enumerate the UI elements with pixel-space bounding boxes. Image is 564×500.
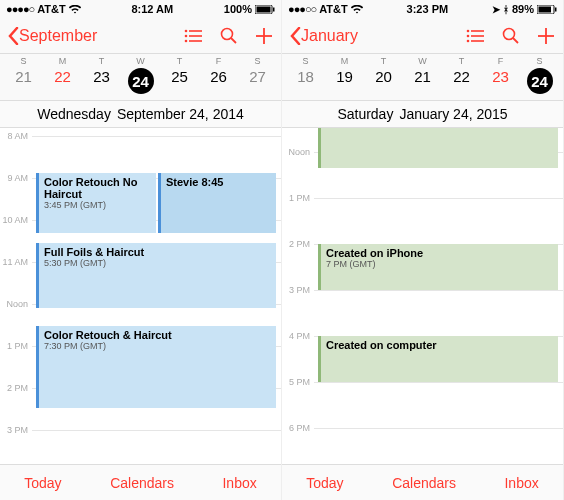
event-color-retouch-haircut[interactable]: Color Retouch & Haircut 7:30 PM (GMT) (36, 326, 276, 408)
day-view[interactable]: Noon 1 PM 2 PM 3 PM 4 PM 5 PM 6 PM Creat… (282, 128, 563, 500)
date-row: 21 22 23 24 25 26 27 (0, 66, 281, 101)
week-header: S M T W T F S (282, 54, 563, 66)
nav-bar: January (282, 18, 563, 54)
event-color-retouch-no-haircut[interactable]: Color Retouch No Haircut 3:45 PM (GMT) (36, 173, 156, 233)
event-stevie[interactable]: Stevie 8:45 (158, 173, 276, 233)
date-25[interactable]: 25 (160, 68, 199, 94)
svg-rect-14 (538, 6, 551, 12)
bluetooth-icon: ᚼ (503, 4, 509, 15)
nav-bar: September (0, 18, 281, 54)
full-date-label: WednesdaySeptember 24, 2014 (0, 101, 281, 128)
tab-bar: Today Calendars Inbox (0, 464, 281, 500)
back-label: September (19, 27, 97, 45)
date-21[interactable]: 21 (403, 68, 442, 94)
signal-icon: ●●●○○ (288, 3, 316, 15)
signal-icon: ●●●●○ (6, 3, 34, 15)
status-bar: ●●●○○ AT&T 3:23 PM ➤ ᚼ 89% (282, 0, 563, 18)
date-21[interactable]: 21 (4, 68, 43, 94)
tab-calendars[interactable]: Calendars (110, 475, 174, 491)
back-button[interactable]: January (290, 27, 358, 45)
svg-rect-1 (256, 6, 270, 12)
search-icon[interactable] (502, 27, 519, 44)
battery-icon (537, 5, 557, 14)
tab-calendars[interactable]: Calendars (392, 475, 456, 491)
tab-inbox[interactable]: Inbox (222, 475, 256, 491)
event-created-iphone[interactable]: Created on iPhone 7 PM (GMT) (318, 244, 558, 290)
carrier-label: AT&T (319, 3, 348, 15)
phone-left: ●●●●○ AT&T 8:12 AM 100% September (0, 0, 282, 500)
location-icon: ➤ (492, 4, 500, 15)
svg-point-20 (467, 39, 470, 42)
full-date-label: SaturdayJanuary 24, 2015 (282, 101, 563, 128)
list-icon[interactable] (466, 29, 484, 43)
svg-point-7 (185, 39, 188, 42)
chevron-left-icon (290, 27, 301, 45)
date-19[interactable]: 19 (325, 68, 364, 94)
tab-today[interactable]: Today (24, 475, 61, 491)
date-24-selected[interactable]: 24 (121, 68, 160, 94)
battery-label: 89% (512, 3, 534, 15)
add-icon[interactable] (537, 27, 555, 45)
svg-rect-8 (189, 40, 202, 42)
wifi-icon (351, 5, 363, 14)
svg-point-3 (185, 29, 188, 32)
week-header: S M T W T F S (0, 54, 281, 66)
event-top-block[interactable] (318, 128, 558, 168)
phone-right: ●●●○○ AT&T 3:23 PM ➤ ᚼ 89% January (282, 0, 564, 500)
date-27[interactable]: 27 (238, 68, 277, 94)
svg-point-22 (504, 29, 515, 40)
svg-point-16 (467, 29, 470, 32)
wifi-icon (69, 5, 81, 14)
chevron-left-icon (8, 27, 19, 45)
tab-today[interactable]: Today (306, 475, 343, 491)
battery-label: 100% (224, 3, 252, 15)
list-icon[interactable] (184, 29, 202, 43)
svg-line-23 (513, 38, 518, 43)
svg-rect-4 (189, 30, 202, 32)
svg-line-10 (231, 38, 236, 43)
event-full-foils[interactable]: Full Foils & Haircut 5:30 PM (GMT) (36, 243, 276, 308)
svg-point-9 (222, 29, 233, 40)
svg-point-18 (467, 34, 470, 37)
svg-point-5 (185, 34, 188, 37)
tab-bar: Today Calendars Inbox (282, 464, 563, 500)
svg-rect-6 (189, 35, 202, 37)
add-icon[interactable] (255, 27, 273, 45)
tab-inbox[interactable]: Inbox (504, 475, 538, 491)
svg-rect-19 (471, 35, 484, 37)
date-22[interactable]: 22 (43, 68, 82, 94)
date-26[interactable]: 26 (199, 68, 238, 94)
svg-rect-15 (555, 7, 557, 11)
date-22[interactable]: 22 (442, 68, 481, 94)
status-bar: ●●●●○ AT&T 8:12 AM 100% (0, 0, 281, 18)
back-label: January (301, 27, 358, 45)
carrier-label: AT&T (37, 3, 66, 15)
date-24-selected[interactable]: 24 (520, 68, 559, 94)
back-button[interactable]: September (8, 27, 97, 45)
date-20[interactable]: 20 (364, 68, 403, 94)
search-icon[interactable] (220, 27, 237, 44)
clock-label: 8:12 AM (131, 3, 173, 15)
day-view[interactable]: 8 AM 9 AM 10 AM 11 AM Noon 1 PM 2 PM 3 P… (0, 128, 281, 500)
date-18[interactable]: 18 (286, 68, 325, 94)
clock-label: 3:23 PM (407, 3, 449, 15)
svg-rect-2 (273, 7, 275, 11)
svg-rect-17 (471, 30, 484, 32)
date-23[interactable]: 23 (481, 68, 520, 94)
event-created-computer[interactable]: Created on computer (318, 336, 558, 382)
date-23[interactable]: 23 (82, 68, 121, 94)
date-row: 18 19 20 21 22 23 24 (282, 66, 563, 101)
battery-icon (255, 5, 275, 14)
svg-rect-21 (471, 40, 484, 42)
